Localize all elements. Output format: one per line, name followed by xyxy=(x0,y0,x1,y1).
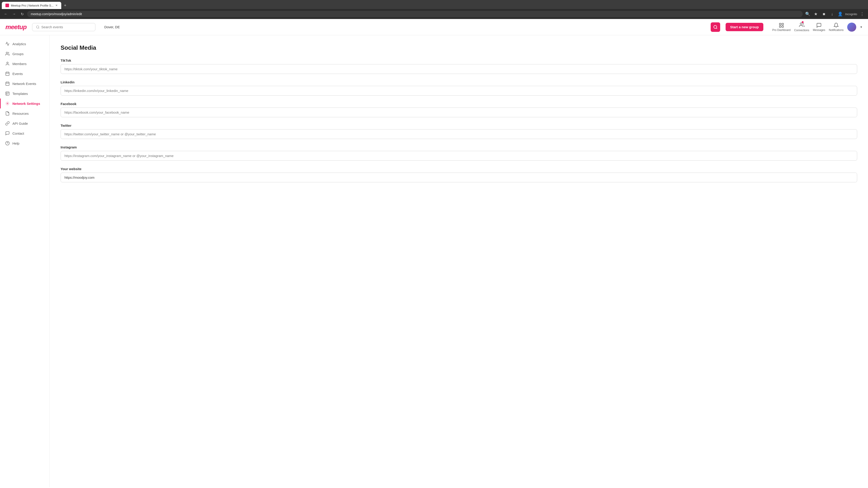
sidebar-label-network-events: Network Events xyxy=(12,82,36,86)
active-tab: Meetup Pro | Network Profile S... ✕ xyxy=(2,2,61,9)
svg-rect-5 xyxy=(782,26,783,27)
messages-label: Messages xyxy=(813,29,825,32)
pro-dashboard-action[interactable]: Pro Dashboard xyxy=(772,23,791,32)
search-browser-button[interactable]: 🔍 xyxy=(804,11,811,17)
avatar[interactable] xyxy=(847,23,856,32)
topbar: meetup Dover, DE Start a new group Pro D… xyxy=(0,19,868,35)
form-group-facebook: Facebook xyxy=(61,102,857,117)
svg-rect-13 xyxy=(6,82,9,86)
incognito-label: Incognito xyxy=(845,12,857,16)
form-group-linkedin: Linkedin xyxy=(61,80,857,96)
sidebar-item-contact[interactable]: Contact xyxy=(0,128,50,138)
svg-rect-9 xyxy=(6,72,9,75)
sidebar-label-groups: Groups xyxy=(12,52,24,56)
sidebar: Analytics Groups Members Events Network … xyxy=(0,35,50,487)
events-icon xyxy=(5,71,10,76)
input-twitter[interactable] xyxy=(61,129,857,139)
sidebar-item-analytics[interactable]: Analytics xyxy=(0,39,50,49)
sidebar-label-members: Members xyxy=(12,62,27,66)
reload-button[interactable]: ↻ xyxy=(19,11,25,17)
input-linkedin[interactable] xyxy=(61,86,857,96)
svg-point-7 xyxy=(6,52,8,54)
sidebar-label-events: Events xyxy=(12,72,23,76)
topbar-actions: Pro Dashboard Connections Messages Notif… xyxy=(772,22,863,32)
connections-label: Connections xyxy=(794,29,809,32)
pro-dashboard-label: Pro Dashboard xyxy=(772,29,791,32)
search-box[interactable] xyxy=(32,23,95,31)
address-bar[interactable] xyxy=(27,11,803,17)
templates-icon xyxy=(5,91,10,96)
logo[interactable]: meetup xyxy=(5,24,27,31)
logo-text: meetup xyxy=(5,24,27,31)
location-text: Dover, DE xyxy=(104,25,120,29)
input-website[interactable] xyxy=(61,173,857,182)
form-group-twitter: Twitter xyxy=(61,124,857,139)
avatar-image xyxy=(847,23,856,32)
sidebar-item-members[interactable]: Members xyxy=(0,59,50,69)
sidebar-item-api-guide[interactable]: API Guide xyxy=(0,119,50,128)
connections-icon xyxy=(799,22,804,28)
app: meetup Dover, DE Start a new group Pro D… xyxy=(0,19,868,487)
svg-rect-4 xyxy=(779,26,781,27)
resources-icon xyxy=(5,111,10,116)
download-button[interactable]: ↓ xyxy=(829,11,835,17)
start-group-button[interactable]: Start a new group xyxy=(725,23,763,31)
bookmark-button[interactable]: ★ xyxy=(813,11,819,17)
network-events-icon xyxy=(5,81,10,86)
sidebar-label-network-settings: Network Settings xyxy=(12,102,40,105)
sidebar-item-resources[interactable]: Resources xyxy=(0,108,50,119)
sidebar-item-events[interactable]: Events xyxy=(0,69,50,78)
label-twitter: Twitter xyxy=(61,124,857,127)
forward-button[interactable]: → xyxy=(11,11,17,17)
input-facebook[interactable] xyxy=(61,107,857,117)
notifications-label: Notifications xyxy=(829,29,844,32)
search-button[interactable] xyxy=(711,22,720,32)
svg-point-8 xyxy=(7,62,8,64)
label-facebook: Facebook xyxy=(61,102,857,106)
svg-point-6 xyxy=(800,23,802,25)
notifications-icon xyxy=(833,23,839,28)
tab-title: Meetup Pro | Network Profile S... xyxy=(11,4,54,7)
new-tab-button[interactable]: + xyxy=(62,2,68,9)
messages-icon xyxy=(816,23,822,28)
input-tiktok[interactable] xyxy=(61,64,857,74)
sidebar-item-network-settings[interactable]: Network Settings xyxy=(0,98,50,108)
search-input[interactable] xyxy=(41,25,92,29)
notifications-action[interactable]: Notifications xyxy=(829,23,844,32)
messages-action[interactable]: Messages xyxy=(813,23,825,32)
menu-button[interactable]: ⋮ xyxy=(859,11,865,17)
sidebar-item-groups[interactable]: Groups xyxy=(0,49,50,59)
label-tiktok: TikTok xyxy=(61,59,857,62)
connections-action[interactable]: Connections xyxy=(794,22,809,32)
sidebar-item-network-events[interactable]: Network Events xyxy=(0,78,50,89)
connections-badge xyxy=(802,21,804,23)
svg-point-0 xyxy=(36,26,39,28)
sidebar-item-templates[interactable]: Templates xyxy=(0,89,50,98)
input-instagram[interactable] xyxy=(61,151,857,161)
label-instagram: Instagram xyxy=(61,145,857,149)
form-group-website: Your website xyxy=(61,167,857,182)
sidebar-label-help: Help xyxy=(12,141,20,145)
form-group-tiktok: TikTok xyxy=(61,59,857,74)
back-button[interactable]: ← xyxy=(3,11,9,17)
sidebar-label-contact: Contact xyxy=(12,131,24,135)
main-area: Analytics Groups Members Events Network … xyxy=(0,35,868,487)
browser-toolbar: ← → ↻ 🔍 ★ ■ ↓ 👤 Incognito ⋮ xyxy=(0,9,868,19)
members-icon xyxy=(5,61,10,66)
svg-rect-2 xyxy=(779,23,781,25)
browser-chrome: Meetup Pro | Network Profile S... ✕ + ← … xyxy=(0,0,868,19)
label-linkedin: Linkedin xyxy=(61,80,857,84)
sidebar-item-help[interactable]: Help xyxy=(0,138,50,148)
profile-button[interactable]: 👤 xyxy=(837,11,843,17)
search-btn-icon xyxy=(713,25,718,29)
svg-point-18 xyxy=(7,103,8,104)
help-icon xyxy=(5,141,10,145)
avatar-dropdown-button[interactable]: ▼ xyxy=(860,26,863,29)
contact-icon xyxy=(5,131,10,135)
tab-bar: Meetup Pro | Network Profile S... ✕ + xyxy=(0,0,868,9)
analytics-icon xyxy=(5,41,10,46)
network-settings-icon xyxy=(5,101,10,106)
extensions-button[interactable]: ■ xyxy=(821,11,827,17)
svg-rect-17 xyxy=(6,92,9,95)
close-tab-button[interactable]: ✕ xyxy=(55,4,58,7)
